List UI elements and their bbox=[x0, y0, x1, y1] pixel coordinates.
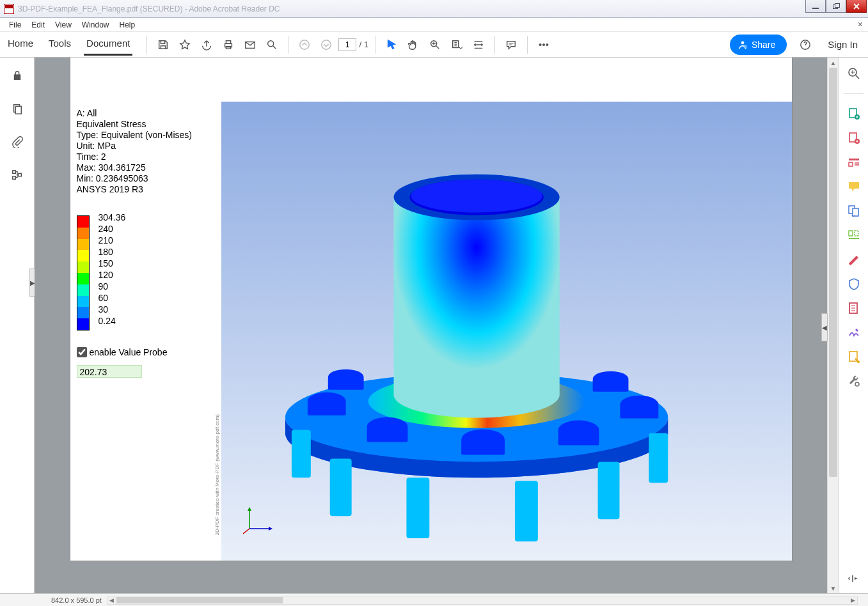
svg-rect-46 bbox=[597, 462, 619, 519]
value-probe-checkbox[interactable]: enable Value Probe bbox=[77, 347, 168, 357]
save-icon[interactable] bbox=[154, 35, 173, 54]
minimize-button[interactable] bbox=[805, 0, 826, 13]
send-icon[interactable] bbox=[847, 350, 861, 364]
comment-icon[interactable] bbox=[501, 35, 521, 54]
share-label: Share bbox=[752, 40, 775, 50]
menu-window[interactable]: Window bbox=[77, 19, 114, 31]
scroll-up-icon[interactable]: ▲ bbox=[828, 58, 839, 68]
menu-file[interactable]: File bbox=[4, 19, 26, 31]
create-pdf-icon[interactable] bbox=[847, 131, 861, 145]
search-icon[interactable] bbox=[262, 35, 281, 54]
menu-edit[interactable]: Edit bbox=[26, 19, 50, 31]
edit-pdf-icon[interactable] bbox=[847, 155, 861, 169]
svg-rect-32 bbox=[367, 427, 407, 442]
svg-rect-43 bbox=[329, 458, 351, 516]
svg-rect-17 bbox=[14, 75, 20, 79]
comment-tool-icon[interactable] bbox=[847, 180, 861, 194]
svg-point-7 bbox=[300, 40, 309, 49]
lock-icon[interactable] bbox=[8, 66, 26, 84]
svg-rect-59 bbox=[849, 159, 859, 160]
close-button[interactable] bbox=[846, 0, 867, 13]
svg-point-6 bbox=[268, 40, 274, 46]
search-tool-icon[interactable] bbox=[847, 66, 861, 81]
fill-sign-icon[interactable] bbox=[847, 325, 861, 339]
email-icon[interactable] bbox=[241, 35, 260, 54]
left-rail: ▶ bbox=[0, 58, 35, 593]
zoom-dropdown-icon[interactable] bbox=[447, 35, 466, 54]
svg-rect-34 bbox=[461, 440, 505, 455]
value-probe-input[interactable] bbox=[77, 347, 87, 357]
combine-icon[interactable] bbox=[847, 204, 861, 218]
svg-rect-38 bbox=[620, 405, 658, 419]
vertical-scrollbar[interactable]: ▲ ▼ ◀ bbox=[827, 58, 839, 593]
tab-home[interactable]: Home bbox=[5, 34, 36, 56]
export-pdf-icon[interactable] bbox=[847, 107, 861, 121]
fea-info-line: ANSYS 2019 R3 bbox=[77, 184, 193, 195]
scroll-right-icon[interactable]: ▶ bbox=[848, 596, 857, 604]
axis-triad-icon bbox=[243, 503, 275, 535]
right-collapse-handle[interactable]: ◀ bbox=[821, 313, 828, 341]
svg-point-12 bbox=[543, 43, 545, 45]
maximize-button[interactable] bbox=[826, 0, 846, 13]
share-button[interactable]: Share bbox=[730, 35, 787, 55]
page-up-icon[interactable] bbox=[295, 35, 314, 54]
separator bbox=[494, 36, 495, 54]
legend-segment bbox=[77, 250, 89, 261]
page-down-icon[interactable] bbox=[317, 35, 336, 54]
toolbar: Home Tools Document / 1 Share Sign In bbox=[0, 32, 868, 58]
menu-bar: File Edit View Window Help × bbox=[0, 18, 868, 32]
svg-rect-60 bbox=[849, 162, 853, 166]
zoom-in-icon[interactable] bbox=[425, 35, 445, 54]
print-icon[interactable] bbox=[219, 35, 238, 54]
redact-icon[interactable] bbox=[847, 252, 861, 267]
thumbnails-icon[interactable] bbox=[8, 100, 26, 118]
expand-rail-icon[interactable] bbox=[847, 571, 861, 586]
svg-rect-47 bbox=[649, 433, 668, 483]
sign-in-link[interactable]: Sign In bbox=[828, 39, 858, 50]
legend-value: 60 bbox=[99, 292, 126, 304]
fea-info-block: A: All Equivalent Stress Type: Equivalen… bbox=[77, 108, 193, 195]
svg-rect-42 bbox=[327, 377, 363, 390]
upload-icon[interactable] bbox=[197, 35, 216, 54]
right-tool-rail bbox=[839, 58, 868, 593]
tab-document[interactable]: Document bbox=[84, 34, 132, 56]
organize-icon[interactable] bbox=[847, 228, 861, 242]
horizontal-scrollbar[interactable]: ◀ ▶ bbox=[107, 596, 858, 605]
fea-info-line: Equivalent Stress bbox=[77, 119, 193, 130]
svg-rect-48 bbox=[291, 430, 310, 478]
svg-rect-45 bbox=[514, 481, 537, 541]
svg-marker-52 bbox=[269, 527, 272, 531]
legend-segment bbox=[77, 273, 89, 284]
document-viewport[interactable]: A: All Equivalent Stress Type: Equivalen… bbox=[35, 58, 827, 593]
tab-tools[interactable]: Tools bbox=[46, 34, 74, 56]
pointer-icon[interactable] bbox=[382, 35, 401, 54]
help-icon[interactable] bbox=[796, 35, 815, 54]
separator bbox=[288, 36, 288, 54]
menu-help[interactable]: Help bbox=[114, 19, 141, 31]
star-icon[interactable] bbox=[175, 35, 194, 54]
scroll-left-icon[interactable]: ◀ bbox=[107, 596, 116, 604]
legend-value: 30 bbox=[99, 304, 126, 315]
more-tools-icon[interactable] bbox=[847, 374, 861, 388]
svg-rect-63 bbox=[849, 231, 853, 236]
page-number-input[interactable] bbox=[338, 38, 356, 51]
model-tree-icon[interactable] bbox=[8, 166, 26, 184]
svg-point-13 bbox=[546, 43, 548, 45]
svg-rect-62 bbox=[853, 208, 858, 216]
attachment-icon[interactable] bbox=[8, 133, 26, 151]
svg-rect-21 bbox=[12, 176, 15, 180]
protect-icon[interactable] bbox=[847, 277, 861, 291]
menu-view[interactable]: View bbox=[50, 19, 77, 31]
close-tab-icon[interactable]: × bbox=[858, 19, 863, 29]
compress-icon[interactable] bbox=[847, 301, 861, 315]
more-icon[interactable] bbox=[534, 35, 553, 54]
fea-3d-viewport[interactable] bbox=[221, 102, 792, 561]
hand-icon[interactable] bbox=[404, 35, 423, 54]
hscroll-thumb[interactable] bbox=[116, 597, 283, 603]
scroll-thumb[interactable] bbox=[829, 68, 837, 477]
fea-info-line: Unit: MPa bbox=[77, 141, 193, 152]
svg-rect-3 bbox=[226, 40, 231, 43]
fit-width-icon[interactable] bbox=[469, 35, 488, 54]
svg-point-68 bbox=[855, 382, 859, 386]
scroll-down-icon[interactable]: ▼ bbox=[828, 583, 839, 593]
